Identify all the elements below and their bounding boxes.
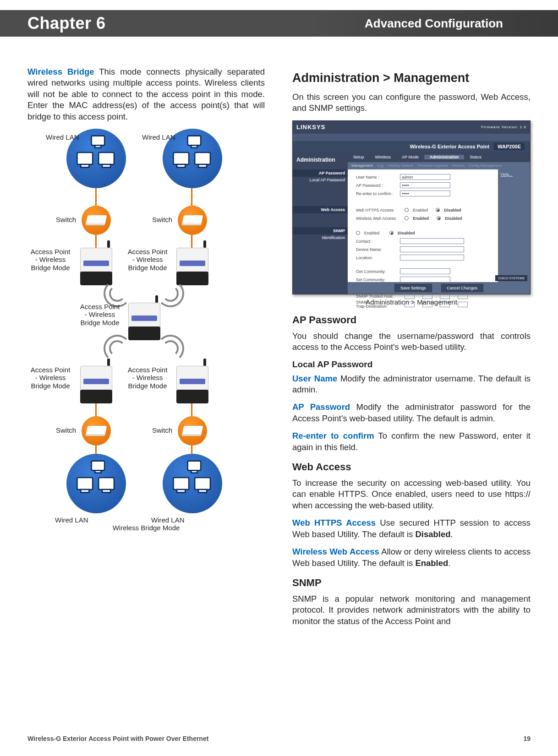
subtab-reboot[interactable]: Reboot: [453, 163, 465, 168]
tab-setup[interactable]: Setup: [348, 155, 370, 159]
switch-icon: [82, 206, 111, 235]
local-ap-heading: Local AP Password: [292, 359, 531, 370]
reenter-input[interactable]: •••••: [400, 190, 450, 196]
svg-rect-8: [92, 136, 105, 146]
getc-input[interactable]: [400, 268, 450, 274]
model-badge: WAP200E: [494, 143, 525, 150]
ip-input[interactable]: [440, 294, 450, 299]
username-para: User Name Modify the administrator usern…: [292, 373, 531, 396]
ip-input[interactable]: [422, 294, 432, 299]
svg-rect-18: [195, 152, 210, 164]
ip-input[interactable]: [405, 294, 415, 299]
ip-input[interactable]: [405, 302, 415, 307]
product-name: Wireless-G Exterior Access Point: [410, 144, 490, 149]
disabled-opt: Disabled: [444, 208, 461, 212]
svg-rect-12: [98, 152, 114, 164]
svg-rect-13: [102, 164, 110, 168]
ap-password-text: You should change the username/password …: [292, 331, 531, 353]
subtab-factory[interactable]: Factory Default: [388, 163, 413, 168]
appw-term: AP Password: [292, 402, 350, 412]
ap-label: Access Point - Wireless Bridge Mode: [125, 366, 170, 390]
subtabs-row: Management Log Factory Default Firmware …: [348, 162, 530, 169]
tab-apmode[interactable]: AP Mode: [396, 155, 424, 159]
side-snmp: SNMP: [293, 227, 348, 234]
svg-rect-26: [188, 461, 201, 471]
switch-label: Switch: [152, 426, 172, 434]
cancel-button[interactable]: Cancel Changes: [441, 284, 484, 292]
left-column: Wireless Bridge This mode connects physi…: [27, 66, 265, 633]
access-point-icon: [174, 243, 211, 285]
side-web-access: Web Access: [293, 206, 348, 213]
radio-icon[interactable]: [437, 216, 441, 220]
footer-product: Wireless-G Exterior Access Point with Po…: [27, 735, 208, 742]
help-link[interactable]: Help...: [501, 172, 513, 177]
enabled-opt: Enabled: [364, 231, 379, 235]
subtab-log[interactable]: Log: [377, 163, 383, 168]
reenter-para: Re-enter to confirm To confirm the new P…: [292, 430, 531, 453]
subtab-config[interactable]: Config Management: [469, 163, 502, 168]
wired-lan-label: Wired LAN: [151, 516, 185, 524]
username-term: User Name: [292, 374, 337, 383]
reenter-term: Re-enter to confirm: [292, 431, 374, 441]
radio-icon[interactable]: [389, 231, 394, 235]
wwa-label: Wireless Web Access:: [356, 216, 402, 221]
switch-icon: [178, 416, 207, 446]
access-point-icon: [126, 298, 163, 340]
svg-rect-15: [191, 145, 197, 147]
devname-input[interactable]: [400, 246, 464, 252]
location-input[interactable]: [400, 255, 464, 261]
svg-rect-10: [77, 152, 93, 164]
https-term: Web HTTPS Access: [292, 518, 376, 528]
radio-icon[interactable]: [405, 216, 409, 220]
subtab-firmware[interactable]: Firmware Upgrade: [417, 163, 448, 168]
snmp-text: SNMP is a popular network monitoring and…: [292, 593, 531, 627]
sidebar-title: Administration: [293, 152, 348, 168]
chapter-title: Chapter 6: [27, 14, 106, 33]
radio-icon[interactable]: [405, 208, 409, 212]
lan-icon: [66, 454, 126, 513]
svg-rect-24: [98, 478, 114, 489]
svg-rect-9: [95, 145, 101, 147]
ip-input[interactable]: [458, 302, 468, 307]
tab-wireless[interactable]: Wireless: [370, 155, 397, 159]
wireless-bridge-diagram: Wired LAN Wired LAN Switch Switch Access…: [27, 129, 265, 532]
svg-rect-29: [177, 489, 185, 493]
radio-icon[interactable]: [436, 208, 440, 212]
switch-icon: [178, 206, 207, 235]
ap-label: Access Point - Wireless Bridge Mode: [27, 248, 73, 272]
wired-lan-label: Wired LAN: [46, 133, 79, 141]
side-ap-password: AP Password: [293, 169, 348, 177]
diagram-caption: Wireless Bridge Mode: [113, 524, 180, 532]
section-title: Advanced Configuration: [365, 16, 503, 31]
side-ident: Identification: [293, 234, 348, 241]
product-bar: Wireless-G Exterior Access Point WAP200E: [293, 141, 530, 152]
access-point-icon: [174, 361, 211, 403]
thost-label: SNMP Trusted Host:: [356, 294, 402, 299]
wwa-para: Wireless Web Access Allow or deny wirele…: [292, 546, 531, 569]
web-access-text: To increase the security on accessing we…: [292, 478, 531, 511]
setc-label: Set Community:: [356, 277, 397, 282]
svg-rect-27: [191, 470, 197, 473]
tab-administration[interactable]: Administration: [424, 155, 465, 159]
ap-label: Access Point - Wireless Bridge Mode: [27, 366, 73, 390]
username-input[interactable]: admin: [400, 174, 450, 180]
disabled-opt: Disabled: [445, 216, 462, 221]
location-label: Location:: [356, 256, 397, 260]
svg-rect-19: [198, 164, 207, 168]
enabled-opt: Enabled: [413, 216, 429, 221]
save-button[interactable]: Save Settings: [394, 284, 432, 292]
subtab-management[interactable]: Management: [351, 163, 373, 168]
getc-label: Get Community:: [356, 269, 397, 274]
wifi-wave-icon: [162, 340, 179, 357]
ip-input[interactable]: [422, 302, 432, 307]
wireless-bridge-term: Wireless Bridge: [27, 67, 94, 76]
radio-icon[interactable]: [356, 231, 360, 235]
ip-input[interactable]: [440, 302, 450, 307]
ip-input[interactable]: [458, 294, 468, 299]
password-input[interactable]: •••••: [400, 182, 450, 188]
ap-label: Access Point - Wireless Bridge Mode: [77, 303, 123, 326]
contact-input[interactable]: [400, 238, 464, 244]
tab-status[interactable]: Status: [464, 155, 487, 159]
side-local-pw: Local AP Password: [293, 177, 348, 183]
wifi-wave-icon: [162, 285, 179, 302]
